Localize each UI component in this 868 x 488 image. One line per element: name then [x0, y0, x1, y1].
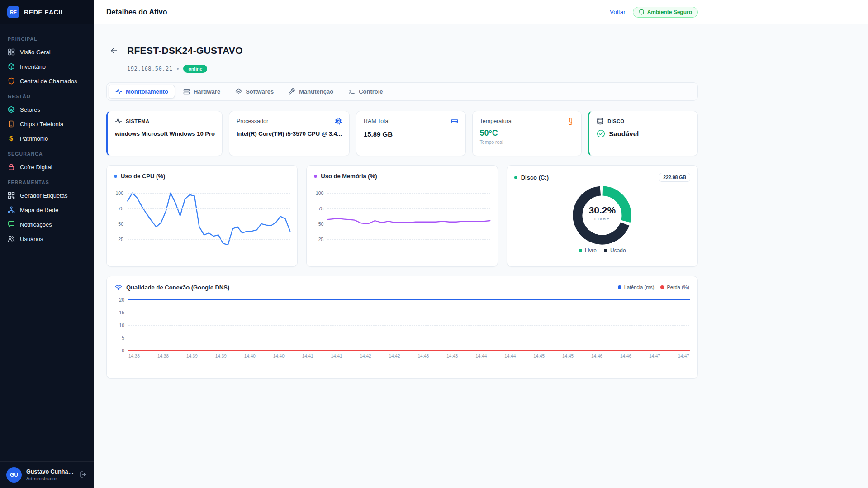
sidebar-item-mapa-de-rede[interactable]: Mapa de Rede — [0, 203, 94, 217]
gridline — [128, 239, 290, 240]
user-name: Gustavo Cunha Sa... — [26, 469, 75, 475]
app-root: RF REDE FÁCIL PRINCIPAL Visão Geral Inve… — [0, 0, 868, 488]
sidebar-item-setores[interactable]: Setores — [0, 102, 94, 117]
logout-icon[interactable] — [80, 471, 88, 479]
voltar-link[interactable]: Voltar — [610, 9, 626, 15]
sidebar-item-visao-geral[interactable]: Visão Geral — [0, 45, 94, 59]
page-title: Detalhes do Ativo — [106, 8, 167, 16]
x-tick-label: 14:42 — [360, 354, 371, 359]
server-icon — [183, 88, 190, 95]
x-tick-label: 14:43 — [446, 354, 458, 359]
dashboard-icon — [8, 48, 15, 56]
gridline — [128, 351, 689, 351]
y-axis: 255075100 — [314, 187, 327, 255]
user-meta: Gustavo Cunha Sa... Administrador — [26, 469, 75, 481]
latencia-label: Latência (ms) — [624, 284, 655, 290]
sidebar-item-label: Patrimônio — [20, 135, 48, 142]
sidebar-item-notificacoes[interactable]: Notificações — [0, 217, 94, 232]
y-tick-label: 75 — [318, 206, 324, 211]
info-cards-row: SISTEMA windows Microsoft Windows 10 Pro… — [106, 111, 698, 156]
section-label-gestao: GESTÃO — [0, 88, 94, 102]
latencia-dot — [618, 285, 621, 289]
tab-monitoramento[interactable]: Monitoramento — [109, 85, 175, 99]
sidebar-item-label: Mapa de Rede — [20, 207, 58, 213]
disco-card: DISCO Saudável — [588, 111, 698, 156]
tab-softwares[interactable]: Softwares — [228, 85, 280, 99]
sidebar-item-label: Notificações — [20, 221, 52, 228]
memory-chart-title: Uso de Memória (%) — [321, 173, 377, 180]
content: RFEST-DSK24-GUSTAVO 192.168.50.21 online… — [94, 24, 868, 488]
y-tick-label: 50 — [318, 221, 324, 227]
gridline — [327, 224, 490, 224]
tab-strip: Monitoramento Hardware Softwares Manuten… — [106, 82, 698, 101]
gridline — [128, 300, 689, 300]
memory-chart-card: Uso de Memória (%) 255075100 — [306, 165, 498, 267]
temperatura-label: Temperatura — [480, 118, 512, 124]
gridline — [128, 313, 689, 313]
harddrive-icon — [451, 118, 458, 125]
tab-label: Controle — [359, 88, 383, 95]
sidebar-item-cofre-digital[interactable]: Cofre Digital — [0, 160, 94, 174]
lock-icon — [8, 163, 15, 171]
back-button[interactable] — [106, 43, 122, 58]
cpu-chart-title: Uso de CPU (%) — [121, 173, 165, 180]
qrcode-icon — [8, 192, 15, 199]
plot-area — [128, 297, 689, 351]
sidebar-item-label: Cofre Digital — [20, 164, 52, 171]
gridline — [327, 208, 490, 209]
tab-manutencao[interactable]: Manutenção — [282, 85, 340, 99]
processador-value: Intel(R) Core(TM) i5-3570 CPU @ 3.4... — [237, 130, 342, 137]
sidebar-item-gerador-etiquetas[interactable]: Gerador Etiquetas — [0, 188, 94, 203]
memory-line-chart: 255075100 — [314, 187, 490, 255]
sidebar-item-usuarios[interactable]: Usuários — [0, 232, 94, 246]
sidebar-item-label: Central de Chamados — [20, 78, 77, 85]
x-tick-label: 14:45 — [533, 354, 545, 359]
ram-card: RAM Total 15.89 GB — [356, 111, 466, 156]
brand-logo: RF — [7, 6, 19, 18]
sidebar-item-label: Usuários — [20, 236, 43, 242]
tab-controle[interactable]: Controle — [342, 85, 389, 99]
brand: RF REDE FÁCIL — [0, 0, 94, 24]
activity-icon — [115, 88, 122, 95]
cpu-legend-dot — [114, 175, 117, 178]
status-badge: online — [183, 65, 207, 73]
y-tick-label: 15 — [119, 310, 124, 315]
x-tick-label: 14:39 — [215, 354, 227, 359]
thermometer-icon — [567, 118, 574, 125]
sidebar-item-patrimonio[interactable]: $ Patrimônio — [0, 131, 94, 146]
avatar: GU — [6, 467, 22, 483]
disk-legend-dot — [514, 176, 517, 179]
sidebar-item-central-de-chamados[interactable]: Central de Chamados — [0, 74, 94, 88]
main-column: Detalhes do Ativo Voltar Ambiente Seguro… — [94, 0, 868, 488]
wifi-icon — [115, 284, 122, 291]
sidebar-item-label: Setores — [20, 106, 40, 113]
topbar: Detalhes do Ativo Voltar Ambiente Seguro — [94, 0, 868, 24]
x-tick-label: 14:47 — [649, 354, 660, 359]
sidebar-nav: PRINCIPAL Visão Geral Inventário Central… — [0, 24, 94, 461]
phone-icon — [8, 120, 15, 128]
plot-area — [327, 187, 490, 255]
ram-value: 15.89 GB — [364, 130, 458, 138]
gridline — [128, 208, 290, 209]
shield-check-icon — [639, 9, 645, 15]
sidebar-item-label: Inventário — [20, 63, 46, 70]
layers-icon — [8, 106, 15, 113]
sistema-card: SISTEMA windows Microsoft Windows 10 Pro — [106, 111, 223, 156]
usado-dot — [604, 249, 607, 252]
connection-legend: Latência (ms) Perda (%) — [618, 284, 689, 290]
gridline — [128, 325, 689, 326]
section-label-principal: PRINCIPAL — [0, 31, 94, 45]
tab-label: Monitoramento — [126, 88, 168, 95]
plot-area — [128, 187, 290, 255]
charts-row: Uso de CPU (%) 255075100 Uso de M — [106, 165, 698, 267]
y-tick-label: 5 — [122, 335, 124, 341]
activity-icon — [115, 118, 122, 125]
tab-hardware[interactable]: Hardware — [176, 85, 227, 99]
sidebar-item-label: Chips / Telefonia — [20, 121, 63, 128]
sidebar-item-chips-telefonia[interactable]: Chips / Telefonia — [0, 117, 94, 131]
x-tick-label: 14:45 — [562, 354, 574, 359]
disk-chart-title: Disco (C:) — [521, 174, 549, 181]
temperatura-card: Temperatura 50°C Tempo real — [472, 111, 582, 156]
sidebar-item-inventario[interactable]: Inventário — [0, 59, 94, 74]
terminal-icon — [348, 88, 355, 95]
